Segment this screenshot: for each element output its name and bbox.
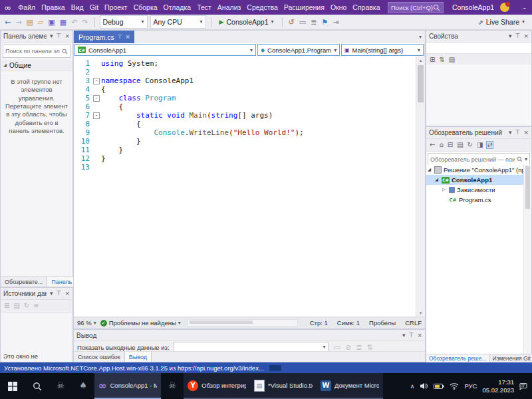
start-debugging-button[interactable]: ▶ ConsoleApp1 ▾ <box>216 18 277 26</box>
undo-icon[interactable]: ↶ <box>71 19 77 26</box>
split-view-button[interactable] <box>424 43 425 57</box>
menu-item-6[interactable]: Отладка <box>160 0 194 15</box>
close-icon[interactable]: × <box>523 33 529 39</box>
window-position-icon[interactable]: ▾ <box>50 291 53 297</box>
action-center-icon[interactable] <box>519 382 527 390</box>
class-dropdown[interactable]: ◆ ConsoleApp1.Program ▾ <box>257 44 340 56</box>
taskbar-app-1[interactable]: ♠ <box>72 373 94 399</box>
new-file-icon[interactable]: ▤ <box>26 19 33 26</box>
taskbar-app-3[interactable]: ☠ <box>161 373 184 399</box>
show-all-files-icon[interactable]: ▤ <box>457 142 463 148</box>
expander-icon[interactable]: ◢ <box>435 178 441 182</box>
battery-icon[interactable] <box>434 383 444 390</box>
menu-item-3[interactable]: Git <box>86 0 101 15</box>
taskbar-clock[interactable]: 17:31 05.02.2023 <box>482 378 514 394</box>
edit-data-source-icon[interactable]: ▤ <box>13 303 19 309</box>
scrollbar-thumb[interactable] <box>418 65 424 102</box>
indent-icon[interactable]: ⇥ <box>332 19 338 26</box>
spaces-indicator[interactable]: Пробелы <box>369 319 396 327</box>
toolbox-group-general[interactable]: ◢ Общие <box>1 60 72 71</box>
property-pages-icon[interactable]: ▤ <box>449 57 455 63</box>
tab-server-explorer[interactable]: Обозревате... <box>1 277 47 287</box>
collapse-all-icon[interactable]: ⊟ <box>448 142 453 148</box>
pin-icon[interactable]: ⊤ <box>118 34 122 40</box>
fold-collapse-icon[interactable]: - <box>93 78 100 84</box>
open-file-icon[interactable]: ▱ <box>38 19 43 26</box>
editor-horizontal-scrollbar[interactable] <box>188 319 298 327</box>
editor-vertical-scrollbar[interactable]: ▴ ▾ <box>416 57 425 317</box>
code-health-indicator[interactable]: ✓ Проблемы не найдены ▾ <box>100 319 181 327</box>
close-icon[interactable]: × <box>65 291 70 297</box>
output-title-bar[interactable]: Вывод ▾⊤× <box>74 330 425 341</box>
start-button[interactable] <box>0 373 25 399</box>
menu-item-10[interactable]: Расширения <box>281 0 327 15</box>
add-data-source-icon[interactable]: ⊞ <box>4 303 9 309</box>
taskbar-app-0[interactable]: ☠ <box>49 373 72 399</box>
tab-solution-explorer[interactable]: Обозреватель реше... <box>426 354 490 362</box>
solution-search[interactable]: Обозреватель решений — поиск (Ctrl+» ▾ <box>428 153 530 166</box>
menu-item-5[interactable]: Сборка <box>130 0 160 15</box>
find-message-icon[interactable]: ▭ <box>334 344 340 351</box>
data-sources-title-bar[interactable]: Источники данных ▾⊤× <box>1 288 72 300</box>
window-position-icon[interactable]: ▾ <box>509 33 512 39</box>
pin-icon[interactable]: ⊤ <box>409 332 414 338</box>
back-icon[interactable]: ← <box>430 142 435 148</box>
network-icon[interactable] <box>450 382 459 390</box>
taskbar-app-6[interactable]: WДокумент Microso... <box>317 373 383 399</box>
save-all-icon[interactable]: ▦ <box>60 19 66 26</box>
properties-object-dropdown[interactable] <box>426 43 531 54</box>
tree-item-2[interactable]: ▷Зависимости <box>426 185 524 195</box>
taskbar-search-button[interactable] <box>25 373 49 399</box>
close-icon[interactable]: × <box>523 130 529 136</box>
toolbox-title-bar[interactable]: Панель элементов ▾⊤× <box>1 31 72 43</box>
refresh-icon[interactable]: ↻ <box>467 142 473 148</box>
tab-output[interactable]: Вывод <box>124 352 152 362</box>
autoscroll-icon[interactable]: ⇅ <box>366 344 372 351</box>
expander-icon[interactable]: ◢ <box>428 168 434 172</box>
panel-vertical-scrollbar[interactable] <box>523 165 531 354</box>
window-position-icon[interactable]: ▾ <box>50 33 53 39</box>
pin-icon[interactable]: ⊤ <box>57 291 62 297</box>
scrollbar-thumb[interactable] <box>190 321 253 324</box>
project-dropdown[interactable]: C# ConsoleApp1 ▾ <box>74 44 256 56</box>
scroll-up-icon[interactable]: ▴ <box>416 58 425 63</box>
menu-item-9[interactable]: Средства <box>244 0 281 15</box>
user-avatar[interactable] <box>500 3 509 12</box>
tree-item-1[interactable]: ◢C#ConsoleApp1 <box>426 175 524 185</box>
fold-collapse-icon[interactable]: - <box>93 112 100 119</box>
save-icon[interactable]: ▣ <box>48 19 55 26</box>
toolbox-search[interactable]: Поиск по панели элемен <box>3 45 70 58</box>
menu-item-1[interactable]: Правка <box>39 0 68 15</box>
menu-item-8[interactable]: Анализ <box>214 0 243 15</box>
word-wrap-icon[interactable]: ≣ <box>356 344 362 351</box>
minimize-button[interactable]: – <box>515 0 532 15</box>
pin-icon[interactable]: ⊤ <box>515 33 521 39</box>
configure-icon[interactable]: ≡ <box>33 303 39 309</box>
tab-program-cs[interactable]: Program.cs ⊤ × <box>74 31 134 43</box>
volume-icon[interactable] <box>420 382 428 390</box>
menu-item-4[interactable]: Проект <box>102 0 131 15</box>
taskbar-app-5[interactable]: ▤*Visual Studio.txt -... <box>250 373 317 399</box>
language-indicator[interactable]: РУС <box>464 382 477 390</box>
expander-icon[interactable]: ▷ <box>442 188 448 192</box>
properties-title-bar[interactable]: Свойства ▾⊤× <box>426 31 531 43</box>
menu-item-0[interactable]: Файл <box>15 0 39 15</box>
window-position-icon[interactable]: ▾ <box>402 332 406 338</box>
sync-active-document-icon[interactable]: ⇄ <box>487 142 492 148</box>
configuration-dropdown[interactable]: Debug ▾ <box>100 15 148 29</box>
solution-explorer-title-bar[interactable]: Обозреватель решений ▾⊤× <box>426 127 531 139</box>
pin-icon[interactable]: ⊤ <box>515 130 521 136</box>
tray-expand-icon[interactable]: ∧ <box>410 383 415 390</box>
taskbar-app-2[interactable]: ∞ConsoleApp1 - Mic... <box>94 373 161 399</box>
taskbar-app-4[interactable]: YОбзор интегриров... <box>184 373 250 399</box>
close-icon[interactable]: × <box>417 332 422 338</box>
scroll-down-icon[interactable]: ▾ <box>416 311 425 316</box>
refresh-icon[interactable]: ↻ <box>24 303 29 309</box>
back-icon[interactable]: ← <box>5 19 11 26</box>
tree-item-3[interactable]: C#Program.cs <box>426 195 524 205</box>
comment-icon[interactable]: ≣ <box>311 19 317 26</box>
clear-all-icon[interactable]: ⊘ <box>345 344 351 351</box>
home-icon[interactable]: ⌂ <box>439 142 443 148</box>
zoom-level-dropdown[interactable]: 96 % ▾ <box>77 319 96 327</box>
line-ending-indicator[interactable]: CRLF <box>405 319 422 327</box>
